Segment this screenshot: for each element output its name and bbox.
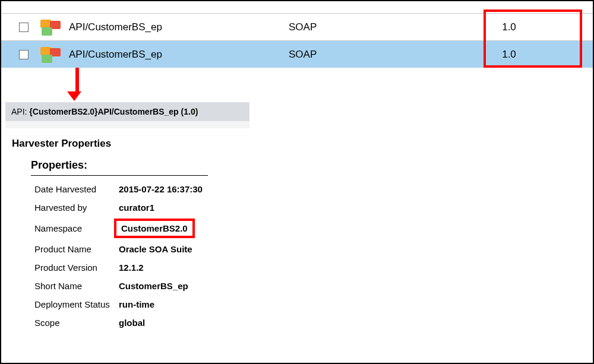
property-value: CustomerBS_ep <box>119 281 188 291</box>
properties-heading: Properties: <box>31 159 208 176</box>
property-row: Product Name Oracle SOA Suite <box>34 244 593 254</box>
puzzle-icon <box>39 46 61 64</box>
table-row[interactable]: API/CustomerBS_ep SOAP 1.0 <box>1 40 593 68</box>
property-value: 2015-07-22 16:37:30 <box>119 184 203 194</box>
row-version: 1.0 <box>461 49 593 61</box>
table-row[interactable]: API/CustomerBS_ep SOAP 1.0 <box>1 13 593 40</box>
property-value-namespace: CustomerBS2.0 <box>114 219 195 238</box>
row-name: API/CustomerBS_ep <box>69 21 289 33</box>
property-value: curator1 <box>119 202 154 213</box>
property-value: global <box>119 318 145 328</box>
property-label: Namespace <box>34 223 119 233</box>
property-label: Deployment Status <box>34 299 119 309</box>
property-row: Short Name CustomerBS_ep <box>34 281 593 291</box>
property-value: 12.1.2 <box>119 262 144 273</box>
api-path: {CustomerBS2.0}API/CustomerBS_ep (1.0) <box>29 107 198 116</box>
puzzle-icon <box>39 18 61 36</box>
api-table: API/CustomerBS_ep SOAP 1.0 API/CustomerB… <box>1 1 593 68</box>
property-label: Harvested by <box>34 202 119 213</box>
harvester-title: Harvester Properties <box>12 138 593 150</box>
properties-list: Date Harvested 2015-07-22 16:37:30 Harve… <box>34 184 593 328</box>
property-row: Product Version 12.1.2 <box>34 262 593 273</box>
property-row: Date Harvested 2015-07-22 16:37:30 <box>34 184 593 194</box>
row-checkbox[interactable] <box>19 50 29 59</box>
panel-spacer <box>5 121 249 128</box>
property-row: Harvested by curator1 <box>34 202 593 213</box>
property-row: Scope global <box>34 318 593 328</box>
row-name: API/CustomerBS_ep <box>69 49 289 61</box>
harvester-panel: Harvester Properties Properties: Date Ha… <box>12 138 593 328</box>
property-value: run-time <box>119 299 154 309</box>
api-path-bar: API: {CustomerBS2.0}API/CustomerBS_ep (1… <box>5 102 249 121</box>
row-type: SOAP <box>289 21 461 33</box>
property-label: Product Name <box>34 244 119 254</box>
property-label: Product Version <box>34 262 119 273</box>
row-checkbox[interactable] <box>19 23 29 32</box>
row-version: 1.0 <box>461 21 593 33</box>
property-label: Scope <box>34 318 119 328</box>
api-prefix: API: <box>11 107 29 116</box>
property-label: Short Name <box>34 281 119 291</box>
row-type: SOAP <box>289 49 461 61</box>
annotation-arrow-icon <box>72 68 81 101</box>
property-value: Oracle SOA Suite <box>119 244 192 254</box>
property-label: Date Harvested <box>34 184 119 194</box>
window: API/CustomerBS_ep SOAP 1.0 API/CustomerB… <box>0 0 594 364</box>
property-row: Deployment Status run-time <box>34 299 593 309</box>
property-row: Namespace CustomerBS2.0 <box>34 221 593 236</box>
